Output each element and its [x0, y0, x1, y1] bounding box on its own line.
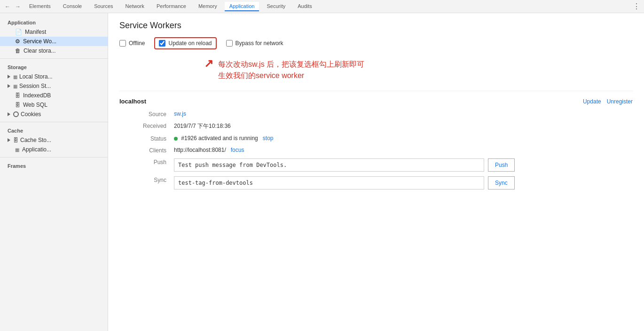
clear-storage-label: Clear stora...	[24, 47, 56, 54]
unregister-link[interactable]: Unregister	[607, 98, 633, 105]
tab-audits[interactable]: Audits	[293, 2, 317, 11]
expand-triangle-icon	[8, 84, 10, 88]
expand-triangle-icon	[8, 138, 10, 142]
sidebar-item-manifest[interactable]: 📄 Manifest	[0, 27, 108, 37]
expand-triangle-icon	[8, 75, 10, 79]
doc-icon: 📄	[15, 29, 22, 35]
db-icon2: ▦	[13, 84, 17, 89]
annotation: ↗ 每次改动sw.js 后，把该复选框勾上刷新即可 生效我们的service w…	[204, 59, 633, 81]
trash-icon: 🗑	[15, 47, 21, 54]
source-link[interactable]: sw.js	[174, 110, 186, 117]
source-value: sw.js	[174, 110, 633, 118]
clients-url: http://localhost:8081/	[174, 147, 226, 153]
options-row: Offline Update on reload Bypass for netw…	[119, 37, 633, 49]
clients-label: Clients	[129, 147, 166, 154]
sidebar-item-web-sql[interactable]: 🗄 Web SQL	[0, 100, 108, 110]
service-workers-label: Service Wo...	[23, 38, 56, 45]
web-sql-label: Web SQL	[23, 102, 47, 108]
tab-network[interactable]: Network	[121, 2, 149, 11]
cache-storage-label: Cache Sto...	[20, 137, 51, 143]
bypass-checkbox[interactable]	[226, 40, 233, 47]
update-on-reload-group: Update on reload	[154, 37, 216, 49]
divider-1	[0, 58, 108, 59]
sidebar-item-session-storage[interactable]: ▦ Session St...	[0, 81, 108, 91]
sidebar-item-clear-storage[interactable]: 🗑 Clear stora...	[0, 46, 108, 55]
push-value: Push	[174, 158, 633, 172]
update-link[interactable]: Update	[583, 98, 601, 105]
application-section-header: Application	[0, 17, 108, 27]
push-input[interactable]	[174, 158, 484, 172]
status-text: #1926 activated and is running	[181, 135, 258, 142]
db-icon3: ▦	[15, 147, 19, 152]
tab-security[interactable]: Security	[262, 2, 290, 11]
page-title: Service Workers	[119, 21, 633, 31]
sw-entry: localhost Update Unregister Source sw.js…	[119, 91, 633, 189]
sync-value: Sync	[174, 176, 633, 189]
source-label: Source	[129, 110, 166, 118]
status-green-dot	[174, 137, 178, 141]
tab-performance[interactable]: Performance	[152, 2, 191, 11]
cyl-icon2: 🗄	[15, 102, 20, 108]
push-input-row: Push	[174, 158, 633, 172]
manifest-label: Manifest	[25, 29, 46, 35]
offline-checkbox-group: Offline	[119, 40, 145, 47]
sidebar-item-local-storage[interactable]: ▦ Local Stora...	[0, 72, 108, 81]
divider-2	[0, 122, 108, 122]
sidebar-item-application-cache[interactable]: ▦ Applicatio...	[0, 145, 108, 154]
push-button[interactable]: Push	[488, 158, 515, 172]
update-on-reload-checkbox[interactable]	[159, 40, 165, 47]
status-value: #1926 activated and is running stop	[174, 135, 633, 142]
clients-value: http://localhost:8081/ focus	[174, 147, 633, 154]
focus-link[interactable]: focus	[231, 147, 244, 153]
bypass-for-network-group: Bypass for network	[226, 40, 283, 47]
annotation-arrow-icon: ↗	[204, 57, 213, 70]
sidebar: Application 📄 Manifest ⚙ Service Wo... 🗑…	[0, 13, 108, 331]
cookie-icon	[13, 111, 19, 117]
sidebar-item-cache-storage[interactable]: 🗄 Cache Sto...	[0, 135, 108, 145]
tab-sources[interactable]: Sources	[89, 2, 118, 11]
indexeddb-label: IndexedDB	[23, 92, 51, 99]
cyl-icon: 🗄	[15, 93, 20, 98]
sync-input[interactable]	[174, 176, 484, 189]
divider-3	[0, 157, 108, 158]
sidebar-item-cookies[interactable]: Cookies	[0, 110, 108, 119]
storage-section-header: Storage	[0, 62, 108, 72]
tab-memory[interactable]: Memory	[194, 2, 222, 11]
stop-link[interactable]: stop	[263, 135, 274, 142]
annotation-text: 每次改动sw.js 后，把该复选框勾上刷新即可 生效我们的service wor…	[218, 59, 364, 81]
tab-elements[interactable]: Elements	[24, 2, 55, 11]
expand-triangle-icon	[8, 112, 10, 116]
update-on-reload-label[interactable]: Update on reload	[168, 40, 212, 47]
local-storage-label: Local Stora...	[19, 73, 53, 80]
bypass-label[interactable]: Bypass for network	[236, 40, 283, 47]
sw-host: localhost	[119, 98, 146, 105]
application-cache-label: Applicatio...	[22, 146, 51, 153]
db-icon: ▦	[13, 74, 17, 79]
sync-button[interactable]: Sync	[488, 176, 515, 189]
sync-label: Sync	[129, 176, 166, 189]
info-table: Source sw.js Received 2019/7/7 下午10:18:3…	[129, 110, 633, 189]
tab-console[interactable]: Console	[58, 2, 86, 11]
offline-checkbox[interactable]	[119, 40, 126, 47]
tab-application[interactable]: Application	[225, 2, 259, 11]
more-options-button[interactable]: ⋮	[633, 2, 640, 11]
status-label: Status	[129, 135, 166, 142]
sidebar-item-service-workers[interactable]: ⚙ Service Wo...	[0, 37, 108, 46]
sw-actions: Update Unregister	[583, 98, 633, 105]
cyl-icon3: 🗄	[13, 137, 18, 143]
gear-icon: ⚙	[15, 38, 20, 45]
push-label: Push	[129, 158, 166, 172]
session-storage-label: Session St...	[19, 83, 51, 89]
content-area: Service Workers Offline Update on reload…	[108, 13, 644, 331]
forward-icon[interactable]: →	[14, 3, 22, 10]
top-bar: ← → Elements Console Sources Network Per…	[0, 0, 644, 13]
received-label: Received	[129, 122, 166, 130]
frames-section-header: Frames	[0, 160, 108, 171]
received-value: 2019/7/7 下午10:18:36	[174, 122, 633, 130]
main-layout: Application 📄 Manifest ⚙ Service Wo... 🗑…	[0, 13, 644, 331]
back-icon[interactable]: ←	[4, 3, 11, 10]
sidebar-item-indexeddb[interactable]: 🗄 IndexedDB	[0, 91, 108, 100]
offline-label[interactable]: Offline	[129, 40, 145, 47]
sw-host-row: localhost Update Unregister	[119, 98, 633, 105]
sync-input-row: Sync	[174, 176, 633, 189]
